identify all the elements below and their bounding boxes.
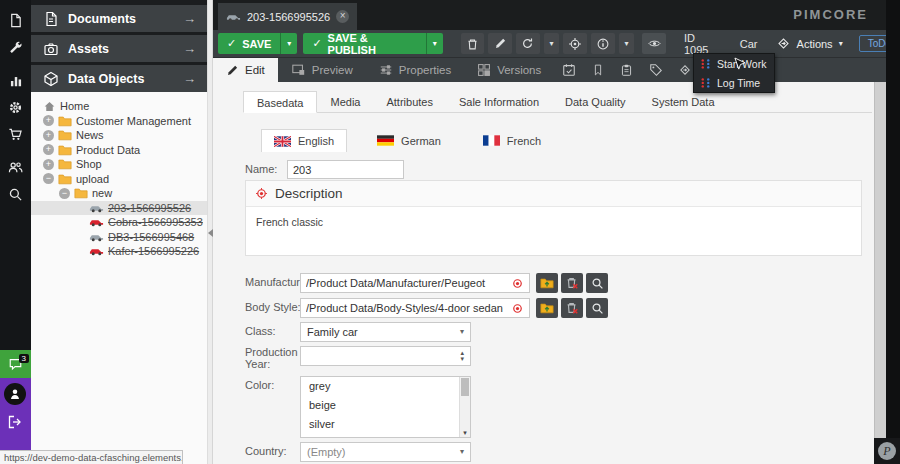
arrow-right-icon[interactable]: → (183, 41, 196, 56)
rename-button[interactable] (488, 33, 512, 54)
search-icon[interactable] (0, 181, 31, 208)
chat-button[interactable]: 3 (0, 350, 31, 378)
scrollbar-thumb[interactable] (461, 378, 469, 396)
german-flag-icon (377, 135, 394, 146)
tree-item-news[interactable]: + News (31, 128, 207, 143)
users-icon[interactable] (0, 154, 31, 181)
target-icon (568, 37, 582, 51)
manufacturer-clear-button[interactable] (561, 273, 583, 293)
scroll-down-icon[interactable]: ▾ (460, 429, 470, 437)
tree-item-product-data[interactable]: + Product Data (31, 143, 207, 158)
reports-icon[interactable] (0, 67, 31, 94)
tab-data-quality[interactable]: Data Quality (552, 91, 639, 113)
info-dropdown[interactable]: ▾ (619, 33, 635, 54)
manufacturer-open-button[interactable] (536, 273, 558, 293)
ecommerce-icon[interactable] (0, 121, 31, 148)
save-publish-label: SAVE & PUBLISH (328, 32, 417, 56)
manufacturer-search-button[interactable] (586, 273, 608, 293)
tab-media[interactable]: Media (317, 91, 373, 113)
clipboard-icon (620, 63, 633, 77)
body-style-field[interactable]: /Product Data/Body-Styles/4-door sedan (300, 298, 530, 318)
accordion-documents[interactable]: Documents → (31, 5, 207, 32)
menu-item-log-time[interactable]: Log Time (694, 73, 774, 92)
listbox-scrollbar[interactable]: ▾ (459, 377, 470, 437)
color-option-grey[interactable]: grey (301, 377, 470, 396)
accordion-data-objects[interactable]: Data Objects → (31, 65, 207, 92)
tree-item-object-db3[interactable]: DB3-1566995468 (31, 230, 207, 245)
reload-dropdown[interactable]: ▾ (544, 33, 560, 54)
expand-icon[interactable]: + (43, 115, 54, 126)
tab-basedata[interactable]: Basedata (243, 91, 317, 113)
tab-edit[interactable]: Edit (213, 58, 278, 82)
actions-button[interactable]: Actions ▾ (776, 36, 843, 51)
save-publish-button[interactable]: ✓SAVE & PUBLISH ▾ (303, 33, 442, 54)
tree-item-label: Kafer-1566995226 (108, 245, 199, 257)
collapse-arrow-icon[interactable] (208, 229, 213, 237)
body-style-open-button[interactable] (536, 298, 558, 318)
tab-attributes[interactable]: Attributes (373, 91, 445, 113)
document-icon (43, 11, 59, 27)
tree-item-shop[interactable]: + Shop (31, 157, 207, 172)
car-icon (89, 203, 104, 213)
tree-item-home[interactable]: Home (31, 99, 207, 114)
delete-button[interactable] (461, 33, 485, 54)
tab-versions[interactable]: Versions (464, 58, 554, 82)
save-button[interactable]: ✓SAVE ▾ (218, 33, 297, 54)
settings-icon[interactable] (0, 94, 31, 121)
save-dropdown[interactable]: ▾ (280, 33, 297, 54)
close-icon[interactable]: × (336, 10, 349, 23)
locate-in-tree-button[interactable] (563, 33, 587, 54)
tree-item-object-203[interactable]: 203-1566995526 (31, 201, 207, 216)
body-style-search-button[interactable] (586, 298, 608, 318)
tree-item-upload[interactable]: − upload (31, 172, 207, 187)
expand-icon[interactable]: + (43, 159, 54, 170)
lang-tab-french[interactable]: French (471, 129, 553, 152)
panel-splitter[interactable] (207, 0, 213, 464)
color-listbox[interactable]: grey beige silver ▾ (300, 376, 471, 438)
logout-icon[interactable] (7, 414, 23, 430)
file-icon[interactable] (0, 7, 31, 34)
french-flag-icon (483, 135, 500, 146)
production-year-spinner[interactable]: ▴▾ (300, 346, 471, 366)
tab-system-data[interactable]: System Data (639, 91, 728, 113)
profiler-badge[interactable]: P (874, 438, 900, 464)
accordion-assets[interactable]: Assets → (31, 35, 207, 62)
lang-tab-german[interactable]: German (365, 129, 453, 152)
avatar[interactable] (4, 383, 26, 405)
info-button[interactable] (591, 33, 615, 54)
collapse-icon[interactable]: − (43, 173, 54, 184)
spinner-down-icon[interactable]: ▾ (460, 356, 464, 362)
preview-eye-button[interactable] (642, 33, 666, 54)
tree-item-object-kafer[interactable]: Kafer-1566995226 (31, 244, 207, 259)
schedule-button[interactable] (554, 58, 583, 82)
save-publish-dropdown[interactable]: ▾ (426, 33, 443, 54)
tree-item-new[interactable]: − new (31, 186, 207, 201)
body-style-clear-button[interactable] (561, 298, 583, 318)
expand-icon[interactable]: + (43, 144, 54, 155)
color-option-beige[interactable]: beige (301, 396, 470, 415)
application-log-button[interactable] (612, 58, 641, 82)
description-editor[interactable]: French classic (246, 207, 861, 237)
tree-item-object-cobra[interactable]: Cobra-1566995353 (31, 215, 207, 230)
manufacturer-field[interactable]: /Product Data/Manufacturer/Peugeot (300, 273, 530, 293)
arrow-right-icon[interactable]: → (183, 11, 196, 26)
tree-item-customer-management[interactable]: + Customer Management (31, 114, 207, 129)
arrow-right-icon[interactable]: → (183, 71, 196, 86)
class-select[interactable]: Family car ▾ (300, 322, 471, 342)
content-scrollbar[interactable] (874, 82, 886, 464)
expand-icon[interactable]: + (43, 130, 54, 141)
object-tab[interactable]: 203-1566995526 × (218, 3, 357, 30)
country-select[interactable]: (Empty) ▾ (300, 442, 471, 462)
tools-icon[interactable] (0, 34, 31, 61)
name-input[interactable] (287, 160, 404, 179)
tags-button[interactable] (641, 58, 670, 82)
tab-preview[interactable]: Preview (278, 58, 366, 82)
notes-button[interactable] (583, 58, 612, 82)
reload-button[interactable] (516, 33, 540, 54)
lang-tab-english[interactable]: English (261, 129, 347, 152)
tab-properties[interactable]: Properties (366, 58, 464, 82)
object-toolbar: ✓SAVE ▾ ✓SAVE & PUBLISH ▾ ▾ ▾ ID 1095 Ca… (213, 30, 900, 57)
collapse-icon[interactable]: − (59, 188, 70, 199)
color-option-silver[interactable]: silver (301, 415, 470, 434)
tab-sale-information[interactable]: Sale Information (446, 91, 552, 113)
